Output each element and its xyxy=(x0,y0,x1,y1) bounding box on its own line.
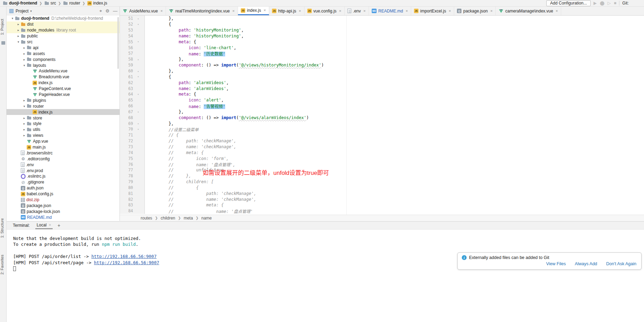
chevron-open-icon[interactable]: ▾ xyxy=(16,40,21,44)
code-line-75[interactable]: 75 // icon: 'form', xyxy=(120,155,644,161)
tree-item-store[interactable]: ▸store xyxy=(7,115,120,121)
chevron-closed-icon[interactable]: ▸ xyxy=(22,99,27,102)
tree-item-Breadcrumb.vue[interactable]: Breadcrumb.vue xyxy=(7,74,120,80)
close-icon[interactable]: ✕ xyxy=(48,223,51,227)
tab-README.md[interactable]: MDREADME.md✕ xyxy=(369,7,411,15)
editor-breadcrumb-meta[interactable]: meta xyxy=(184,216,193,221)
tree-item-main.js[interactable]: JSmain.js xyxy=(7,144,120,150)
code-line-72[interactable]: 72 // path: 'checkManage', xyxy=(120,138,644,144)
code-line-54[interactable]: 54 name: 'historyMonitoring', xyxy=(120,33,644,39)
tree-item-.env[interactable]: .env xyxy=(7,162,120,168)
tab-http-api.js[interactable]: JShttp-api.js✕ xyxy=(269,7,305,15)
tree-item-style[interactable]: ▸style xyxy=(7,121,120,127)
breadcrumb-item-index.js[interactable]: JSindex.js xyxy=(87,1,107,6)
code-line-57[interactable]: 57 name: '历史数据' xyxy=(120,51,644,56)
code-line-67[interactable]: 67▴ }, xyxy=(120,109,644,115)
code-editor[interactable]: 51▴ },52▾ {53 path: 'historyMonitoring',… xyxy=(120,16,644,215)
close-icon[interactable]: ✕ xyxy=(339,9,342,13)
tree-item-package.json[interactable]: {}package.json xyxy=(7,203,120,209)
fold-open-icon[interactable]: ▾ xyxy=(134,75,142,78)
chevron-closed-icon[interactable]: ▸ xyxy=(22,116,27,120)
code-line-60[interactable]: 60▴ }, xyxy=(120,68,644,74)
tree-item-utils[interactable]: ▸utils xyxy=(7,127,120,133)
hide-panel-icon[interactable]: — xyxy=(113,8,117,14)
tab-.env[interactable]: .env✕ xyxy=(345,7,369,15)
stripe-project-tab[interactable]: 1: Project xyxy=(0,15,7,39)
code-line-65[interactable]: 65 icon: 'alert', xyxy=(120,97,644,103)
chevron-closed-icon[interactable]: ▸ xyxy=(22,128,27,131)
terminal-link[interactable]: http://192.168.66.56:9007 xyxy=(91,254,157,259)
tree-item-components[interactable]: ▸components xyxy=(7,56,120,62)
close-icon[interactable]: ✕ xyxy=(449,9,451,13)
breadcrumb-item-router[interactable]: router xyxy=(63,1,80,6)
fold-open-icon[interactable]: ▾ xyxy=(134,23,142,26)
tree-item-package-lock.json[interactable]: {}package-lock.json xyxy=(7,208,120,214)
close-icon[interactable]: ✕ xyxy=(232,9,235,13)
tab-realTimeMonitoring\index.vue[interactable]: realTimeMonitoring\index.vue✕ xyxy=(166,7,238,15)
tree-item-node_modules[interactable]: ▸node_moduleslibrary root xyxy=(7,27,120,33)
code-line-52[interactable]: 52▾ { xyxy=(120,21,644,27)
code-line-77[interactable]: 77 // unfold:true xyxy=(120,167,644,173)
tab-vue.config.js[interactable]: JSvue.config.js✕ xyxy=(305,7,345,15)
chevron-closed-icon[interactable]: ▸ xyxy=(22,58,27,61)
close-icon[interactable]: ✕ xyxy=(263,9,266,12)
code-line-56[interactable]: 56 icon: 'line-chart', xyxy=(120,45,644,51)
fold-open-icon[interactable]: ▾ xyxy=(134,93,142,96)
stripe-structure-tab[interactable]: 1: Structure xyxy=(0,214,7,242)
tree-scrollbar[interactable] xyxy=(117,17,119,69)
code-line-61[interactable]: 61▾ { xyxy=(120,74,644,80)
chevron-open-icon[interactable]: ▾ xyxy=(22,105,27,108)
editor-breadcrumb-children[interactable]: children xyxy=(161,216,175,221)
tree-item-index.js[interactable]: JSindex.js xyxy=(7,80,120,86)
chevron-open-icon[interactable]: ▾ xyxy=(22,64,27,67)
code-line-59[interactable]: 59 component: () => import('@/views/hist… xyxy=(120,62,644,68)
editor-breadcrumb-name[interactable]: name xyxy=(201,216,212,221)
code-line-81[interactable]: 81 // path: 'checkManage', xyxy=(120,190,644,196)
code-line-69[interactable]: 69▴ }, xyxy=(120,120,644,126)
breadcrumb-item-duoji-frontend[interactable]: duoji-frontend xyxy=(3,1,37,6)
code-line-83[interactable]: 83 // meta: { xyxy=(120,202,644,208)
close-icon[interactable]: ✕ xyxy=(299,9,301,13)
chevron-closed-icon[interactable]: ▸ xyxy=(22,46,27,50)
add-configuration-button[interactable]: Add Configuration... xyxy=(546,0,591,6)
chevron-closed-icon[interactable]: ▸ xyxy=(16,28,21,32)
chevron-closed-icon[interactable]: ▸ xyxy=(22,122,27,125)
tree-item-auth.json[interactable]: {}auth.json xyxy=(7,185,120,191)
code-line-73[interactable]: 73 // name: 'checkManage', xyxy=(120,144,644,150)
code-line-80[interactable]: 80 // { xyxy=(120,185,644,190)
tree-item-router[interactable]: ▾router xyxy=(7,103,120,109)
tree-item-public[interactable]: ▸public xyxy=(7,33,120,39)
chevron-closed-icon[interactable]: ▸ xyxy=(16,23,21,26)
tree-item-AsideMenu.vue[interactable]: AsideMenu.vue xyxy=(7,68,120,74)
notification-action-don't-ask-again[interactable]: Don't Ask Again xyxy=(606,261,636,266)
tree-item-.env.prod[interactable]: .env.prod xyxy=(7,168,120,173)
code-line-53[interactable]: 53 path: 'historyMonitoring', xyxy=(120,27,644,33)
tree-item-PageContent.vue[interactable]: PageContent.vue xyxy=(7,86,120,92)
code-line-51[interactable]: 51▴ }, xyxy=(120,16,644,21)
tree-item-.eslintrc.js[interactable]: .eslintrc.js xyxy=(7,173,120,179)
chevron-open-icon[interactable]: ▾ xyxy=(10,17,15,20)
code-line-68[interactable]: 68 component: () => import('@/views/alar… xyxy=(120,115,644,120)
tree-item-layouts[interactable]: ▾layouts xyxy=(7,62,120,68)
breadcrumb-item-src[interactable]: src xyxy=(44,1,56,6)
code-line-82[interactable]: 82 // name: 'checkManage', xyxy=(120,196,644,202)
terminal-link[interactable]: http://192.168.66.56:9007 xyxy=(94,260,159,265)
fold-end-icon[interactable]: ▴ xyxy=(134,17,142,20)
notification-action-view-files[interactable]: View Files xyxy=(546,261,566,266)
tab-AsideMenu.vue[interactable]: AsideMenu.vue✕ xyxy=(120,7,166,15)
terminal-output[interactable]: Note that the development build is not o… xyxy=(7,230,644,322)
new-terminal-button[interactable]: + xyxy=(58,223,60,228)
stripe-favorites-tab[interactable]: 2: Favorites xyxy=(0,250,7,279)
tree-item-.editorconfig[interactable]: ⚙.editorconfig xyxy=(7,156,120,162)
tree-item-src[interactable]: ▾src xyxy=(7,39,120,45)
close-icon[interactable]: ✕ xyxy=(160,9,163,13)
fold-open-icon[interactable]: ▾ xyxy=(134,128,142,131)
tab-index.js[interactable]: JSindex.js✕ xyxy=(238,7,269,15)
tree-item-PageHeader.vue[interactable]: PageHeader.vue xyxy=(7,92,120,98)
tree-item-.gitignore[interactable]: ⊘.gitignore xyxy=(7,179,120,185)
code-line-58[interactable]: 58▴ }, xyxy=(120,56,644,62)
code-line-71[interactable]: 71 // { xyxy=(120,132,644,138)
fold-open-icon[interactable]: ▾ xyxy=(134,40,142,43)
code-line-76[interactable]: 76 // name: '盘点管理', xyxy=(120,161,644,167)
code-line-63[interactable]: 63 name: 'alarmVideos', xyxy=(120,86,644,91)
